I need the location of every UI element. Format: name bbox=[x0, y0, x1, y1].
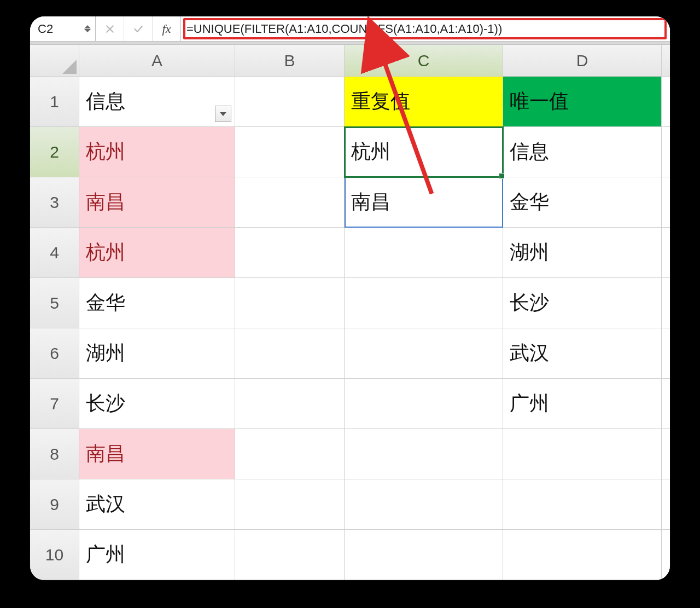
cell-A6[interactable]: 湖州 bbox=[79, 328, 235, 379]
cell-value: 唯一值 bbox=[510, 88, 569, 115]
col-head-extra[interactable] bbox=[662, 45, 670, 77]
row-head-6[interactable]: 6 bbox=[30, 328, 79, 379]
cell-extra-8[interactable] bbox=[662, 429, 670, 479]
row-head-3[interactable]: 3 bbox=[30, 177, 79, 228]
cell-A9[interactable]: 武汉 bbox=[79, 479, 235, 530]
select-all-corner[interactable] bbox=[30, 45, 79, 77]
row-head-4[interactable]: 4 bbox=[30, 228, 79, 278]
cell-A1[interactable]: 信息 bbox=[79, 77, 235, 127]
row-head-8[interactable]: 8 bbox=[30, 429, 79, 479]
cell-C5[interactable] bbox=[345, 278, 503, 328]
cell-D10[interactable] bbox=[503, 530, 662, 580]
row-head-10[interactable]: 10 bbox=[30, 530, 79, 580]
cell-extra-2[interactable] bbox=[662, 127, 670, 177]
formula-input-wrap bbox=[181, 16, 670, 41]
cell-C3[interactable]: 南昌 bbox=[345, 177, 503, 228]
cell-D7[interactable]: 广州 bbox=[503, 379, 662, 429]
cell-extra-9[interactable] bbox=[662, 479, 670, 530]
cell-A8[interactable]: 南昌 bbox=[79, 429, 235, 479]
chevron-down-icon bbox=[84, 29, 91, 32]
accept-button[interactable] bbox=[124, 16, 153, 41]
cell-value: 南昌 bbox=[351, 189, 390, 216]
cell-value: 南昌 bbox=[86, 189, 125, 216]
col-head-D[interactable]: D bbox=[503, 45, 662, 77]
cell-B7[interactable] bbox=[235, 379, 345, 429]
cell-extra-4[interactable] bbox=[662, 228, 670, 278]
cell-D1[interactable]: 唯一值 bbox=[503, 77, 662, 127]
cell-value: 杭州 bbox=[86, 239, 125, 266]
row-head-5[interactable]: 5 bbox=[30, 278, 79, 328]
cell-B10[interactable] bbox=[235, 530, 345, 580]
cell-value: 广州 bbox=[510, 390, 549, 417]
cell-A4[interactable]: 杭州 bbox=[79, 228, 235, 278]
col-head-B[interactable]: B bbox=[235, 45, 345, 77]
chevron-up-icon bbox=[84, 25, 91, 28]
name-box-value: C2 bbox=[38, 22, 53, 36]
cell-B5[interactable] bbox=[235, 278, 345, 328]
cell-B9[interactable] bbox=[235, 479, 345, 530]
name-box[interactable]: C2 bbox=[30, 16, 96, 41]
cell-value: 杭州 bbox=[86, 138, 125, 165]
cell-C2[interactable]: 杭州 bbox=[345, 127, 503, 177]
cell-D8[interactable] bbox=[503, 429, 662, 479]
col-head-A[interactable]: A bbox=[79, 45, 235, 77]
cell-D4[interactable]: 湖州 bbox=[503, 228, 662, 278]
cell-A10[interactable]: 广州 bbox=[79, 530, 235, 580]
cell-D2[interactable]: 信息 bbox=[503, 127, 662, 177]
cell-extra-1[interactable] bbox=[662, 77, 670, 127]
cell-A5[interactable]: 金华 bbox=[79, 278, 235, 328]
cell-extra-5[interactable] bbox=[662, 278, 670, 328]
cell-C7[interactable] bbox=[345, 379, 503, 429]
cell-B3[interactable] bbox=[235, 177, 345, 228]
cell-D6[interactable]: 武汉 bbox=[503, 328, 662, 379]
cell-value: 广州 bbox=[86, 541, 125, 568]
sheet-grid[interactable]: ABCD1信息重复值唯一值2杭州杭州信息3南昌南昌金华4杭州湖州5金华长沙6湖州… bbox=[30, 45, 670, 580]
cell-D9[interactable] bbox=[503, 479, 662, 530]
cell-C10[interactable] bbox=[345, 530, 503, 580]
formula-input[interactable] bbox=[181, 16, 670, 41]
cell-value: 杭州 bbox=[351, 138, 390, 165]
row-head-1[interactable]: 1 bbox=[30, 77, 79, 127]
row-head-7[interactable]: 7 bbox=[30, 379, 79, 429]
cell-extra-3[interactable] bbox=[662, 177, 670, 228]
cell-extra-10[interactable] bbox=[662, 530, 670, 580]
cell-D5[interactable]: 长沙 bbox=[503, 278, 662, 328]
cell-value: 金华 bbox=[510, 189, 549, 216]
cell-A3[interactable]: 南昌 bbox=[79, 177, 235, 228]
cell-C9[interactable] bbox=[345, 479, 503, 530]
cell-B2[interactable] bbox=[235, 127, 345, 177]
cell-C4[interactable] bbox=[345, 228, 503, 278]
col-head-C[interactable]: C bbox=[345, 45, 503, 77]
fx-icon: fx bbox=[162, 22, 171, 36]
cell-value: 长沙 bbox=[510, 289, 549, 316]
chevron-down-icon bbox=[220, 112, 226, 116]
cell-A7[interactable]: 长沙 bbox=[79, 379, 235, 429]
cell-D3[interactable]: 金华 bbox=[503, 177, 662, 228]
cell-extra-7[interactable] bbox=[662, 379, 670, 429]
cell-extra-6[interactable] bbox=[662, 328, 670, 379]
filter-dropdown-button[interactable] bbox=[215, 106, 231, 122]
cell-B8[interactable] bbox=[235, 429, 345, 479]
cell-value: 湖州 bbox=[86, 340, 125, 367]
close-icon bbox=[104, 24, 115, 34]
cancel-button[interactable] bbox=[96, 16, 124, 41]
name-box-stepper[interactable] bbox=[84, 25, 91, 32]
cell-value: 信息 bbox=[510, 138, 549, 165]
cell-B4[interactable] bbox=[235, 228, 345, 278]
cell-value: 武汉 bbox=[86, 491, 125, 518]
cell-B1[interactable] bbox=[235, 77, 345, 127]
cell-value: 南昌 bbox=[86, 441, 125, 467]
cell-C1[interactable]: 重复值 bbox=[345, 77, 503, 127]
cell-value: 长沙 bbox=[86, 390, 125, 417]
row-head-2[interactable]: 2 bbox=[30, 127, 79, 177]
cell-value: 重复值 bbox=[351, 88, 410, 115]
cell-value: 湖州 bbox=[510, 239, 549, 266]
check-icon bbox=[133, 24, 144, 34]
cell-B6[interactable] bbox=[235, 328, 345, 379]
row-head-9[interactable]: 9 bbox=[30, 479, 79, 530]
cell-C6[interactable] bbox=[345, 328, 503, 379]
cell-C8[interactable] bbox=[345, 429, 503, 479]
cell-value: 信息 bbox=[86, 88, 125, 115]
insert-function-button[interactable]: fx bbox=[153, 16, 181, 41]
cell-A2[interactable]: 杭州 bbox=[79, 127, 235, 177]
